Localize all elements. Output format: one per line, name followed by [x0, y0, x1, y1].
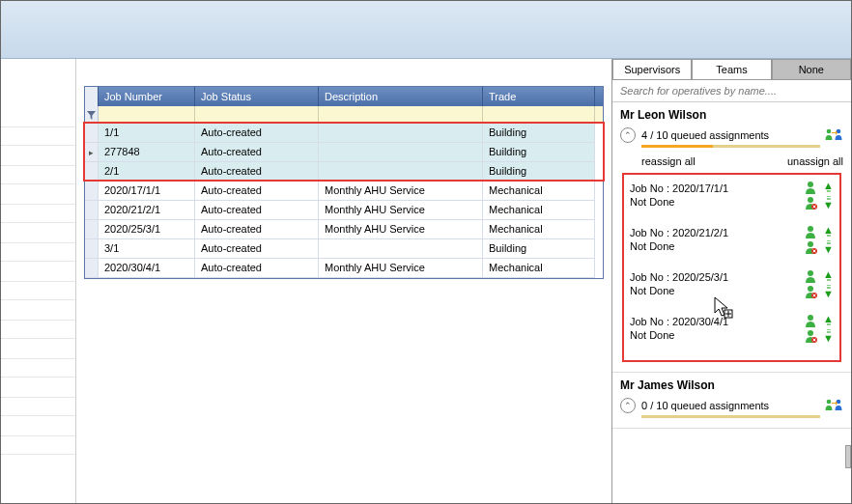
move-up-icon[interactable]: ▲≡ [823, 316, 834, 327]
queue-progress [641, 145, 820, 148]
operative-name: Mr Leon Wilson [620, 108, 843, 122]
row-indicator [85, 124, 99, 143]
cell-description [319, 239, 483, 259]
move-down-icon[interactable]: ≡▼ [823, 240, 834, 252]
operatives-search-input[interactable] [618, 84, 845, 98]
unassign-person-icon[interactable] [804, 329, 817, 343]
sidebar-slot [1, 165, 75, 184]
cell-trade: Mechanical [483, 220, 595, 239]
filter-icon[interactable] [85, 106, 99, 124]
filter-jobstatus[interactable] [195, 106, 319, 124]
sidebar-slot [1, 435, 75, 455]
tab-teams[interactable]: Teams [692, 59, 771, 80]
unassign-all-link[interactable]: unassign all [787, 155, 843, 167]
filter-jobnumber[interactable] [99, 106, 195, 124]
queued-job-item[interactable]: Job No : 2020/25/3/1Not Done▲≡≡▼ [628, 267, 836, 312]
filter-trade[interactable] [483, 106, 595, 124]
table-row[interactable]: ▸277848Auto-createdBuilding [85, 143, 603, 162]
cell-trade: Building [483, 143, 595, 162]
operative-block: Mr Leon Wilson⌃4 / 10 queued assignments… [612, 102, 851, 373]
cell-jobstatus: Auto-created [195, 201, 319, 220]
svg-point-8 [808, 270, 813, 276]
queued-job-item[interactable]: Job No : 2020/21/2/1Not Done▲≡≡▼ [628, 223, 836, 267]
table-row[interactable]: 2020/17/1/1Auto-createdMonthly AHU Servi… [85, 182, 603, 201]
unassign-person-icon[interactable] [804, 196, 817, 210]
cell-jobstatus: Auto-created [195, 124, 319, 143]
table-row[interactable]: 2/1Auto-createdBuilding [85, 162, 603, 182]
cell-jobnumber: 2020/21/2/1 [99, 201, 195, 220]
jobs-grid[interactable]: Job Number Job Status Description Trade … [84, 86, 604, 279]
grid-header-description[interactable]: Description [319, 87, 483, 106]
svg-point-0 [827, 129, 832, 134]
move-down-icon[interactable]: ≡▼ [823, 329, 834, 341]
row-indicator [85, 162, 99, 182]
unassign-person-icon[interactable] [804, 285, 817, 298]
unassign-person-icon[interactable] [804, 240, 817, 254]
cell-description [319, 143, 483, 162]
cell-description [319, 124, 483, 143]
queue-progress [641, 415, 820, 418]
queued-job-item[interactable]: Job No : 2020/17/1/1Not Done▲≡≡▼ [628, 179, 836, 223]
cell-description: Monthly AHU Service [319, 220, 483, 239]
row-indicator [85, 239, 99, 259]
assign-person-icon[interactable] [804, 269, 817, 283]
move-up-icon[interactable]: ▲≡ [823, 182, 834, 194]
move-down-icon[interactable]: ≡▼ [823, 196, 834, 208]
scrollbar-thumb[interactable] [845, 445, 851, 468]
reassign-all-link[interactable]: reassign all [641, 155, 696, 167]
expand-toggle[interactable]: ⌃ [620, 127, 636, 143]
assign-person-icon[interactable] [804, 314, 817, 327]
sidebar-slot [1, 281, 75, 300]
cell-jobstatus: Auto-created [195, 143, 319, 162]
queue-count-label: 0 / 10 queued assignments [641, 400, 818, 411]
table-row[interactable]: 3/1Auto-createdBuilding [85, 239, 603, 259]
cell-jobnumber: 1/1 [99, 124, 195, 143]
row-indicator [85, 182, 99, 201]
cell-jobstatus: Auto-created [195, 259, 319, 278]
svg-point-3 [808, 197, 813, 203]
tab-none[interactable]: None [772, 59, 851, 80]
assign-person-icon[interactable] [804, 225, 817, 238]
cell-jobnumber: 2020/30/4/1 [99, 259, 195, 278]
svg-point-6 [808, 241, 813, 247]
svg-point-2 [808, 182, 813, 187]
table-row[interactable]: 2020/25/3/1Auto-createdMonthly AHU Servi… [85, 220, 603, 239]
left-sidebar [1, 59, 76, 503]
svg-point-14 [827, 400, 832, 405]
expand-toggle[interactable]: ⌃ [620, 398, 636, 413]
svg-point-5 [808, 226, 813, 232]
operative-name: Mr James Wilson [620, 378, 843, 392]
queue-count-label: 4 / 10 queued assignments [641, 129, 818, 141]
sidebar-slot [1, 397, 75, 416]
filter-description[interactable] [319, 106, 483, 124]
cell-trade: Mechanical [483, 259, 595, 278]
operatives-panel: Supervisors Teams None Mr Leon Wilson⌃4 … [611, 59, 851, 503]
cell-trade: Mechanical [483, 182, 595, 201]
cell-jobstatus: Auto-created [195, 162, 319, 182]
table-row[interactable]: 2020/30/4/1Auto-createdMonthly AHU Servi… [85, 259, 603, 278]
cell-trade: Building [483, 162, 595, 182]
tab-supervisors[interactable]: Supervisors [612, 59, 692, 80]
row-indicator [85, 220, 99, 239]
cell-jobstatus: Auto-created [195, 239, 319, 259]
transfer-icon[interactable] [824, 127, 843, 143]
move-up-icon[interactable]: ▲≡ [823, 227, 834, 238]
operatives-search-row [612, 80, 851, 102]
table-row[interactable]: 1/1Auto-createdBuilding [85, 124, 603, 143]
cell-trade: Building [483, 239, 595, 259]
grid-header-row: Job Number Job Status Description Trade [85, 87, 603, 106]
move-up-icon[interactable]: ▲≡ [823, 271, 834, 283]
grid-header-trade[interactable]: Trade [483, 87, 595, 106]
row-indicator [85, 259, 99, 278]
grid-header-jobnumber[interactable]: Job Number [99, 87, 195, 106]
move-down-icon[interactable]: ≡▼ [823, 285, 834, 296]
table-row[interactable]: 2020/21/2/1Auto-createdMonthly AHU Servi… [85, 201, 603, 220]
grid-container: Job Number Job Status Description Trade … [76, 59, 611, 503]
grid-header-jobstatus[interactable]: Job Status [195, 87, 319, 106]
queued-job-item[interactable]: Job No : 2020/30/4/1Not Done▲≡≡▼ [628, 312, 836, 356]
assign-person-icon[interactable] [804, 181, 817, 194]
grid-filter-row[interactable] [85, 106, 603, 124]
sidebar-slot [1, 358, 75, 378]
transfer-icon[interactable] [824, 398, 843, 413]
cell-jobnumber: 3/1 [99, 239, 195, 259]
